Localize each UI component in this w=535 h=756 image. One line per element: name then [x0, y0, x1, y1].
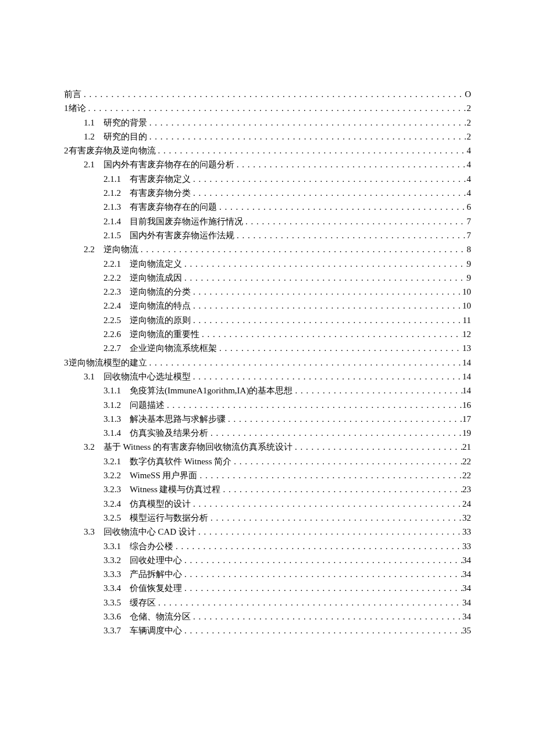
toc-entry-gap — [121, 596, 130, 610]
toc-entry-gap — [121, 468, 130, 482]
toc-entry-title: 价值恢复处理 — [130, 581, 182, 595]
toc-entry-leader — [165, 398, 462, 412]
toc-entry: 3.3 回收物流中心 CAD 设计33 — [64, 525, 471, 539]
toc-entry-title: 有害废弃物及逆向物流 — [69, 144, 156, 157]
toc-entry-leader — [182, 567, 462, 581]
toc-entry-number: 2.2.2 — [104, 271, 121, 285]
toc-entry-leader — [191, 610, 462, 624]
toc-entry: 2 有害废弃物及逆向物流4 — [64, 144, 471, 157]
toc-entry-page: 7 — [467, 228, 472, 242]
toc-entry: 2.2.5 逆向物流的原则11 — [64, 313, 471, 327]
toc-entry-page: 6 — [467, 200, 472, 214]
toc-entry-page: 14 — [462, 356, 471, 370]
toc-entry-title: 研究的背景 — [104, 116, 147, 130]
toc-entry-gap — [95, 525, 104, 539]
toc-entry-leader — [173, 539, 462, 553]
toc-entry-number: 2.2.7 — [104, 341, 121, 355]
toc-entry-title: 仓储、物流分区 — [130, 610, 191, 624]
toc-entry-gap — [95, 440, 104, 454]
toc-entry-gap — [121, 511, 130, 525]
toc-list: 前言O1 绪论21.1 研究的背景21.2 研究的目的22 有害废弃物及逆向物流… — [64, 87, 471, 638]
toc-entry-leader — [191, 285, 462, 299]
toc-entry-number: 2.1 — [84, 157, 95, 171]
toc-entry-title: 研究的目的 — [104, 130, 147, 144]
toc-entry-number: 3.3.7 — [104, 624, 121, 637]
toc-entry-gap — [121, 327, 130, 341]
toc-entry: 2.1.5 国内外有害废弃物运作法规7 — [64, 228, 471, 242]
toc-entry: 3.3.3 产品拆解中心34 — [64, 567, 471, 581]
toc-entry-gap — [121, 257, 130, 271]
toc-entry-title: 逆向物流定义 — [130, 257, 182, 271]
toc-entry-title: 有害废弃物存在的问题 — [130, 200, 217, 214]
toc-entry-title: 回收处理中心 — [130, 553, 182, 567]
toc-entry-page: O — [465, 87, 471, 101]
toc-entry-title: 逆向物流的原则 — [130, 313, 191, 327]
toc-entry-title: 产品拆解中心 — [130, 567, 182, 581]
toc-entry: 前言O — [64, 87, 471, 101]
toc-entry-page: 7 — [467, 214, 472, 228]
toc-entry-title: 有害废弃物定义 — [130, 172, 191, 186]
toc-entry: 3.1.1 免疫算法(ImmuneA1gorithm,IA)的基本思想14 — [64, 384, 471, 397]
toc-entry-page: 19 — [462, 426, 471, 440]
toc-entry-page: 22 — [462, 468, 471, 482]
toc-entry-number: 1.2 — [84, 130, 95, 144]
toc-entry-gap — [121, 313, 130, 327]
toc-entry-page: 14 — [462, 370, 471, 384]
toc-entry: 3.2.2 WimeSS 用户界面22 — [64, 468, 471, 482]
toc-entry-leader — [182, 581, 462, 595]
toc-entry-page: 2 — [467, 101, 472, 115]
toc-entry-leader — [81, 87, 465, 101]
toc-entry-leader — [182, 624, 462, 637]
toc-entry-leader — [191, 497, 462, 511]
toc-entry-number: 3.1.4 — [104, 426, 121, 440]
toc-entry-page: 4 — [467, 144, 472, 157]
toc-entry-number: 3.3.2 — [104, 553, 121, 567]
toc-entry: 3.2.4 仿真模型的设计24 — [64, 497, 471, 511]
toc-entry-gap — [121, 398, 130, 412]
toc-entry-leader — [293, 384, 462, 397]
toc-entry-leader — [147, 356, 463, 370]
toc-entry-page: 22 — [462, 454, 471, 468]
toc-entry-leader — [243, 214, 467, 228]
toc-entry-number: 3.1.2 — [104, 398, 121, 412]
toc-entry-gap — [121, 271, 130, 285]
toc-entry-title: 缓存区 — [130, 596, 156, 610]
toc-entry-leader — [199, 327, 462, 341]
toc-entry-page: 12 — [462, 327, 471, 341]
toc-entry-page: 13 — [462, 341, 471, 355]
toc-entry: 3.3.7 车辆调度中心35 — [64, 624, 471, 637]
toc-entry-leader — [234, 228, 467, 242]
toc-entry-gap — [121, 539, 130, 553]
toc-entry: 3.3.2 回收处理中心34 — [64, 553, 471, 567]
toc-entry-gap — [95, 242, 104, 256]
toc-entry-gap — [121, 624, 130, 637]
toc-entry-gap — [121, 200, 130, 214]
toc-entry-leader — [156, 596, 462, 610]
toc-entry-gap — [121, 172, 130, 186]
toc-entry-leader — [220, 482, 462, 496]
toc-entry-title: 逆向物流的重要性 — [130, 327, 199, 341]
toc-entry: 1.2 研究的目的2 — [64, 130, 471, 144]
toc-entry-number: 2.2.3 — [104, 285, 121, 299]
toc-entry: 2.2.6 逆向物流的重要性12 — [64, 327, 471, 341]
toc-entry-gap — [121, 384, 130, 397]
toc-entry-title: 仿真实验及结果分析 — [130, 426, 208, 440]
toc-entry: 2.1.1 有害废弃物定义4 — [64, 172, 471, 186]
toc-entry-leader — [217, 200, 467, 214]
toc-entry-title: 逆向物流 — [104, 242, 138, 256]
toc-entry-number: 2.2 — [84, 242, 95, 256]
toc-entry-gap — [121, 412, 130, 426]
toc-entry-title: 逆向物流成因 — [130, 271, 182, 285]
toc-entry: 2.2.4 逆向物流的特点10 — [64, 299, 471, 313]
toc-entry-page: 33 — [462, 539, 471, 553]
toc-entry: 2.2.2 逆向物流成因9 — [64, 271, 471, 285]
toc-entry-leader — [208, 511, 462, 525]
toc-entry-leader — [196, 525, 462, 539]
toc-entry-title: 模型运行与数据分析 — [130, 511, 208, 525]
toc-entry-leader — [182, 257, 467, 271]
toc-entry-leader — [234, 157, 467, 171]
toc-entry-title: 回收物流中心选址模型 — [104, 370, 191, 384]
toc-entry-number: 3.3.1 — [104, 539, 121, 553]
toc-entry-number: 3.1.3 — [104, 412, 121, 426]
toc-entry-title: 国内外有害废弃物存在的问题分析 — [104, 157, 234, 171]
